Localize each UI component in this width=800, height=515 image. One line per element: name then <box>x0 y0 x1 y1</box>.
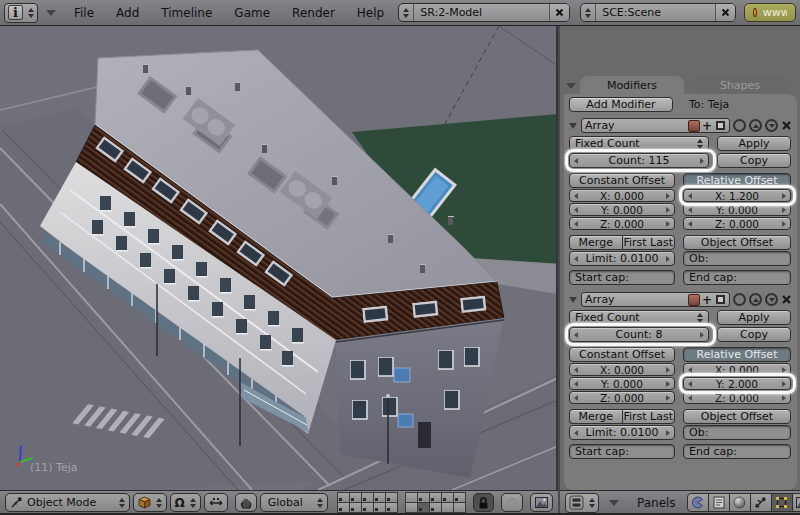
tab-shapes[interactable]: Shapes <box>694 76 786 94</box>
render-preview-button[interactable] <box>530 493 553 512</box>
cage-toggle-icon[interactable] <box>714 120 726 132</box>
fit-type-dropdown[interactable]: Fixed Count <box>569 310 709 325</box>
lock-layers-button[interactable] <box>473 493 494 512</box>
count-field[interactable]: Count: 8 <box>569 327 709 342</box>
snap-button[interactable] <box>501 493 523 512</box>
merge-limit-field[interactable]: Limit: 0.0100 <box>569 251 675 266</box>
editmode-toggle-icon[interactable]: + <box>701 294 713 306</box>
modifier-circle-button[interactable] <box>733 119 746 132</box>
relative-z-field[interactable]: Z: 0.000 <box>683 217 791 230</box>
menu-add[interactable]: Add <box>116 6 139 20</box>
logic-context-button[interactable] <box>687 493 709 512</box>
constant-y-field[interactable]: Y: 0.000 <box>569 203 675 216</box>
first-last-toggle[interactable]: First Last <box>622 235 676 250</box>
script-context-button[interactable] <box>708 493 730 512</box>
merge-toggle[interactable]: Merge <box>569 235 622 250</box>
viewport-3d[interactable]: (11) Teja <box>0 26 558 490</box>
start-cap-field[interactable]: Start cap: <box>569 444 675 459</box>
move-down-button[interactable] <box>765 293 778 306</box>
end-cap-field[interactable]: End cap: <box>683 270 791 285</box>
scene-selector[interactable]: SCE:Scene <box>580 3 736 22</box>
constant-y-field[interactable]: Y: 0.000 <box>569 377 675 390</box>
move-down-button[interactable] <box>765 119 778 132</box>
fit-type-dropdown[interactable]: Fixed Count <box>569 136 709 151</box>
constant-offset-toggle[interactable]: Constant Offset <box>569 173 675 188</box>
scene-context-button[interactable] <box>792 493 800 512</box>
object-offset-toggle[interactable]: Object Offset <box>683 235 791 250</box>
window-type-selector[interactable]: i <box>4 3 38 23</box>
fit-type-label: Fixed Count <box>575 137 640 150</box>
start-cap-field[interactable]: Start cap: <box>569 270 675 285</box>
constant-z-field[interactable]: Z: 0.000 <box>569 217 675 230</box>
constant-offset-toggle[interactable]: Constant Offset <box>569 347 675 362</box>
relative-z-field[interactable]: Z: 0.000 <box>683 391 791 404</box>
apply-button[interactable]: Apply <box>717 310 791 325</box>
pivot-dropdown[interactable]: Ω <box>170 493 201 512</box>
relative-offset-toggle[interactable]: Relative Offset <box>683 347 791 362</box>
add-modifier-button[interactable]: Add Modifier <box>569 97 673 112</box>
menu-collapse-icon[interactable] <box>46 10 56 16</box>
menu-timeline[interactable]: Timeline <box>161 6 212 20</box>
move-up-button[interactable] <box>749 293 762 306</box>
editmode-toggle-icon[interactable]: + <box>701 120 713 132</box>
stepper-icon[interactable] <box>399 4 414 21</box>
modifier-collapse-icon[interactable] <box>569 297 577 303</box>
count-field[interactable]: Count: 115 <box>569 153 709 168</box>
layer-button[interactable] <box>453 502 466 513</box>
tab-modifiers[interactable]: Modifiers <box>580 76 684 94</box>
first-last-toggle[interactable]: First Last <box>622 409 676 424</box>
offset-object-field[interactable]: Ob: <box>683 425 791 440</box>
screen-name[interactable]: SR:2-Model <box>414 6 549 19</box>
menu-collapse-icon[interactable] <box>609 500 619 506</box>
menu-game[interactable]: Game <box>234 6 270 20</box>
end-cap-field[interactable]: End cap: <box>683 444 791 459</box>
orientation-dropdown[interactable]: Global <box>260 493 328 512</box>
modifier-name-field[interactable]: Array + <box>581 118 730 133</box>
shading-context-button[interactable] <box>729 493 751 512</box>
offset-object-field[interactable]: Ob: <box>683 251 791 266</box>
delete-modifier-icon[interactable] <box>781 120 792 131</box>
editing-context-button[interactable] <box>771 493 793 512</box>
merge-limit-field[interactable]: Limit: 0.0100 <box>569 425 675 440</box>
move-up-button[interactable] <box>749 119 762 132</box>
array-modifier-2: Array + <box>569 292 792 459</box>
delete-modifier-icon[interactable] <box>781 294 792 305</box>
modifier-name-field[interactable]: Array + <box>581 292 730 307</box>
mode-dropdown[interactable]: Object Mode <box>5 493 130 512</box>
close-icon[interactable] <box>549 4 569 21</box>
constant-x-field[interactable]: X: 0.000 <box>569 189 675 202</box>
menu-help[interactable]: Help <box>357 6 384 20</box>
solid-draw-icon <box>138 496 151 509</box>
menu-file[interactable]: File <box>74 6 94 20</box>
relative-x-field[interactable]: X: 1.200 <box>683 189 791 202</box>
render-toggle-icon[interactable] <box>688 120 700 132</box>
manipulator-toggle[interactable] <box>204 493 228 512</box>
panel-collapse-icon[interactable] <box>566 83 576 89</box>
merge-toggle[interactable]: Merge <box>569 409 622 424</box>
menu-render[interactable]: Render <box>292 6 335 20</box>
apply-button[interactable]: Apply <box>717 136 791 151</box>
relative-offset-toggle[interactable]: Relative Offset <box>683 173 791 188</box>
object-context-button[interactable] <box>750 493 772 512</box>
render-toggle-icon[interactable] <box>688 294 700 306</box>
cage-toggle-icon[interactable] <box>714 294 726 306</box>
stepper-icon[interactable] <box>581 4 596 21</box>
constant-x-field[interactable]: X: 0.000 <box>569 363 675 376</box>
draw-type-dropdown[interactable] <box>133 493 167 512</box>
relative-y-field[interactable]: Y: 0.000 <box>683 203 791 216</box>
relative-x-field[interactable]: X: 0.000 <box>683 363 791 376</box>
manipulator-hand-button[interactable] <box>235 493 257 512</box>
relative-y-field[interactable]: Y: 2.000 <box>683 377 791 390</box>
buttons-header: Panels <box>560 490 800 515</box>
modifier-circle-button[interactable] <box>733 293 746 306</box>
modifier-collapse-icon[interactable] <box>569 123 577 129</box>
layer-button[interactable] <box>385 502 398 513</box>
copy-button[interactable]: Copy <box>717 153 791 168</box>
screen-selector[interactable]: SR:2-Model <box>398 3 570 22</box>
close-icon[interactable] <box>715 4 735 21</box>
constant-z-field[interactable]: Z: 0.000 <box>569 391 675 404</box>
scene-name[interactable]: SCE:Scene <box>596 6 715 19</box>
copy-button[interactable]: Copy <box>717 327 791 342</box>
object-offset-toggle[interactable]: Object Offset <box>683 409 791 424</box>
window-type-selector[interactable] <box>565 493 599 513</box>
